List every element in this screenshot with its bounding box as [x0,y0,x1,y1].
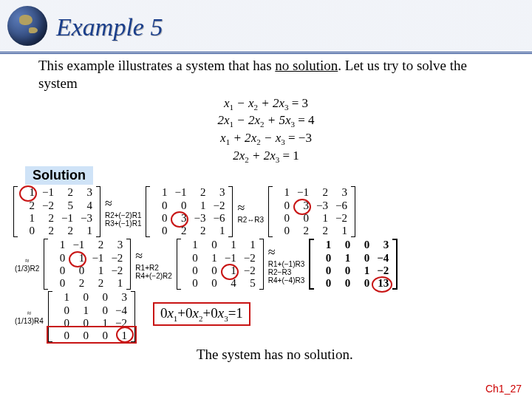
row-ops-4: R1+R2R4+(−2)R2 [135,264,171,280]
matrix-M4: 101101−1−2001−20045 [177,239,264,290]
step-row-3: ≈(1/13)R4 1003010−4001−20001 0x1+0x2+0x3… [13,291,525,342]
matrix-M1: 1−123001−203−3−60221 [146,186,233,237]
row-ops-3: (1/3)R2 [15,265,39,273]
globe-icon [7,6,47,46]
intro-text: This example illustrates a system that h… [38,57,502,92]
matrix-M5: 1003010−4001−200013 [309,239,398,290]
solution-label: Solution [25,166,93,185]
approx-sign: ≈R2↔R3 [236,200,265,224]
matrix-M6: 1003010−4001−20001 [48,291,135,342]
matrix-M3: 1−12301−1−2001−20221 [44,239,131,290]
solution-steps: 1−1232−25412−1−30221 ≈R2+(−2)R1R3+(−1)R1… [13,186,525,363]
conclusion-text: The system has no solution. [197,347,525,363]
slide-header: Example 5 [0,0,532,54]
page-number: Ch1_27 [485,383,522,395]
matrix-M0: 1−1232−25412−1−30221 [13,186,100,237]
step-row-2: ≈(1/3)R2 1−12301−1−2001−20221 ≈R1+R2R4+(… [13,239,525,290]
approx-sign: ≈(1/3)R2 [13,256,41,273]
intro-no-solution: no solution [275,58,338,73]
slide-title: Example 5 [56,13,163,41]
equation-system: x1 − x2 + 2x3 = 3 2x1 − 2x2 + 5x3 = 4 x1… [0,95,532,166]
row-ops-1: R2+(−2)R1R3+(−1)R1 [105,211,141,228]
approx-sign: ≈R2+(−2)R1R3+(−1)R1 [103,196,143,228]
row-ops-6: (1/13)R4 [15,317,44,325]
row-ops-2: R2↔R3 [237,216,264,224]
intro-part-a: This example illustrates a system that h… [38,58,275,73]
approx-sign: ≈R1+(−1)R3R2−R3R4+(−4)R3 [267,245,306,284]
row-ops-5: R1+(−1)R3R2−R3R4+(−4)R3 [268,260,304,284]
boxed-equation: 0x1+0x2+0x3=1 [153,302,250,326]
matrix-M2: 1−12303−3−6001−20221 [268,186,355,237]
approx-sign: ≈R1+R2R4+(−2)R2 [134,248,173,280]
step-row-1: 1−1232−25412−1−30221 ≈R2+(−2)R1R3+(−1)R1… [13,186,525,237]
approx-sign: ≈(1/13)R4 [13,309,45,325]
